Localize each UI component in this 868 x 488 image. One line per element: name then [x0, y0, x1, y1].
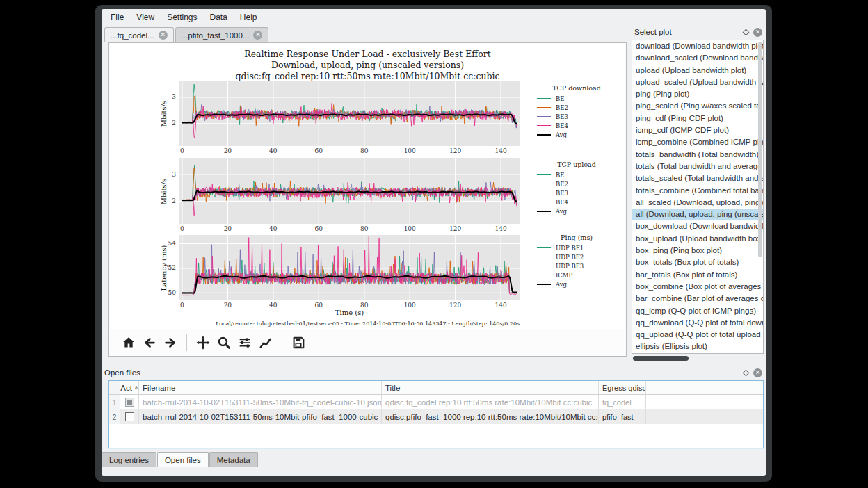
close-dock-icon[interactable]: ✕ — [753, 28, 762, 37]
y-tick-label: 2 — [161, 120, 176, 127]
open-file-row-2[interactable]: 2batch-rrul-2014-10-02T153111-50ms-10Mbi… — [109, 409, 763, 424]
active-cell — [120, 409, 139, 424]
plot-list-item-2[interactable]: upload (Upload bandwidth plot) — [632, 65, 763, 76]
axes-tcp-download[interactable]: 02040608010012014023 — [179, 81, 520, 146]
legend-line-swatch — [537, 202, 551, 202]
plot-list-item-1[interactable]: download_scaled (Download bandwidth w/ax… — [632, 52, 763, 64]
home-icon — [121, 335, 136, 350]
menu-item-view[interactable]: View — [130, 10, 161, 25]
bottom-tab-metadata[interactable]: Metadata — [209, 452, 258, 467]
menu-item-help[interactable]: Help — [234, 10, 264, 25]
y-tick-label: 3 — [161, 93, 176, 100]
select-plot-dock-header: Select plot ✕ — [634, 26, 764, 38]
plot-list-item-4[interactable]: ping (Ping plot) — [632, 88, 763, 100]
plot-list-item-11[interactable]: totals_scaled (Total bandwidth and avera… — [632, 172, 763, 184]
save-button[interactable] — [288, 332, 309, 353]
plot-list-item-9[interactable]: totals_bandwidth (Total bandwidth) — [632, 149, 763, 161]
legend-entry-be4: BE4 — [527, 121, 626, 130]
plot-list-item-20[interactable]: box_combine (Box plot of averages of sev… — [632, 281, 763, 293]
save-icon — [291, 335, 306, 350]
plot-list-item-17[interactable]: box_ping (Ping box plot) — [632, 245, 763, 257]
plot-list-item-21[interactable]: bar_combine (Bar plot of averages of sev… — [632, 293, 763, 304]
tab-close-icon[interactable]: ✕ — [159, 31, 168, 40]
legend-entry-icmp: ICMP — [527, 270, 626, 279]
menu-item-data[interactable]: Data — [204, 10, 234, 25]
configure-subplots-button[interactable] — [234, 332, 255, 353]
plot-list-item-16[interactable]: box_upload (Upload bandwidth box plot) — [632, 233, 763, 245]
legend-entry-be3: BE3 — [527, 112, 626, 121]
plot-list-item-10[interactable]: totals (Total bandwidth and average ping… — [632, 161, 763, 172]
plot-list-item-12[interactable]: totals_combine (Combined total bandwidth… — [632, 185, 763, 197]
column-header-title[interactable]: Title — [382, 381, 599, 394]
x-tick-label: 80 — [355, 147, 373, 154]
axes-ping[interactable]: 020406080100120140505254 — [179, 235, 520, 300]
zoom-button[interactable] — [214, 332, 234, 353]
float-dock-icon[interactable] — [743, 29, 750, 35]
plot-list-item-7[interactable]: icmp_cdf (ICMP CDF plot) — [632, 124, 763, 136]
plot-list-item-22[interactable]: qq_icmp (Q-Q plot of ICMP pings) — [632, 305, 763, 317]
float-dock-icon-2[interactable] — [743, 369, 750, 376]
figure-subtitle-2: qdisc:fq_codel rep:10 rtt:50ms rate:10Mb… — [110, 71, 625, 81]
plot-list-item-18[interactable]: box_totals (Box plot of totals) — [632, 257, 763, 268]
plot-list-item-6[interactable]: ping_cdf (Ping CDF plot) — [632, 113, 763, 124]
legend-label: BE — [556, 172, 564, 179]
document-tab-1[interactable]: ...pfifo_fast_1000...✕ — [175, 27, 269, 42]
plot-list-item-25[interactable]: ellipsis (Ellipsis plot) — [632, 341, 763, 352]
legend-entry-be: BE — [527, 170, 626, 179]
column-header-filename[interactable]: Filename — [139, 381, 382, 394]
horizontal-scrollbar[interactable] — [633, 356, 689, 361]
legend-entry-udp-be2: UDP BE2 — [527, 252, 626, 261]
active-cell — [120, 395, 139, 409]
x-tick-label: 80 — [355, 225, 373, 232]
edit-parameters-icon — [258, 335, 273, 350]
column-header-act[interactable]: Act ∧ — [120, 381, 139, 394]
menu-item-file[interactable]: File — [104, 10, 130, 25]
legend-entry-be4: BE4 — [527, 197, 626, 206]
empty-cell — [646, 409, 763, 424]
axes-tcp-upload[interactable]: 02040608010012014023 — [179, 158, 520, 224]
back-icon — [142, 335, 157, 350]
plot-list-item-5[interactable]: ping_scaled (Ping w/axes scaled to remov… — [632, 100, 763, 112]
forward-button[interactable] — [160, 332, 181, 353]
plot-list-item-15[interactable]: box_download (Download bandwidth box plo… — [632, 220, 763, 232]
checked-checkbox[interactable] — [125, 398, 134, 407]
legend-label: BE2 — [556, 181, 568, 188]
plot-list-item-23[interactable]: qq_download (Q-Q plot of total download … — [632, 317, 763, 329]
legend-label: BE4 — [556, 199, 568, 206]
bottom-tab-open-files[interactable]: Open files — [157, 452, 209, 467]
plot-list-item-0[interactable]: download (Download bandwidth plot) — [632, 40, 763, 52]
plot-list-item-19[interactable]: bar_totals (Box plot of totals) — [632, 269, 763, 281]
chart-canvas — [179, 81, 520, 146]
plot-list-item-3[interactable]: upload_scaled (Upload bandwidth w/axes s… — [632, 76, 763, 88]
column-header-empty — [646, 381, 763, 394]
home-button[interactable] — [118, 332, 139, 353]
legend-entry-be2: BE2 — [527, 103, 626, 112]
menu-item-settings[interactable]: Settings — [161, 10, 203, 25]
y-axis-label-upload: Mbits/s — [159, 158, 170, 224]
x-tick-label: 140 — [492, 302, 510, 309]
egress-qdisc-cell: fq_codel — [599, 395, 646, 409]
tab-close-icon[interactable]: ✕ — [253, 31, 262, 40]
x-tick-label: 60 — [310, 147, 328, 154]
document-tab-0[interactable]: ...fq_codel...✕ — [104, 27, 174, 42]
x-axis-label: Time (s) — [179, 309, 520, 316]
pan-button[interactable] — [193, 332, 214, 353]
close-dock-icon-2[interactable]: ✕ — [753, 368, 762, 377]
legend-title: TCP download — [527, 84, 626, 92]
open-file-row-1[interactable]: 1batch-rrul-2014-10-02T153111-50ms-10Mbi… — [109, 395, 763, 409]
plot-list-item-13[interactable]: all_scaled (Download, upload, ping (scal… — [632, 197, 763, 209]
back-button[interactable] — [139, 332, 160, 353]
plot-list-item-8[interactable]: icmp_combine (Combined ICMP ping plot) — [632, 136, 763, 148]
vertical-scrollbar[interactable] — [758, 42, 762, 257]
y-axis-label-download: Mbits/s — [159, 81, 170, 146]
x-tick-label: 40 — [264, 225, 282, 232]
plot-list-item-24[interactable]: qq_upload (Q-Q plot of total upload band… — [632, 329, 763, 341]
legend-label: Avg — [556, 131, 567, 138]
column-header-egress-qdisc[interactable]: Egress qdisc — [599, 381, 646, 394]
bottom-tab-log-entries[interactable]: Log entries — [102, 452, 156, 467]
toolbar-separator — [282, 334, 282, 351]
plot-list-item-14[interactable]: all (Download, upload, ping (unscaled ve… — [632, 209, 763, 220]
edit-parameters-button[interactable] — [255, 332, 276, 353]
legend-line-swatch — [537, 174, 551, 175]
unchecked-checkbox[interactable] — [125, 412, 134, 421]
